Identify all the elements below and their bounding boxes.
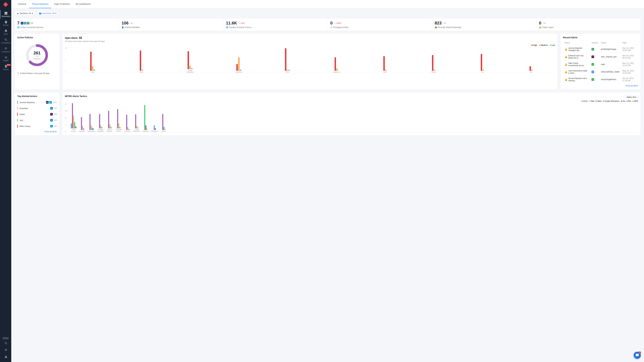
stat-events: 11.6K ↓ -11% 🌐 Number of events in the p… xyxy=(223,18,328,31)
table-row[interactable]: 🔔Jerome Boynton set a sharing... C recal… xyxy=(563,76,638,83)
sidebar-item-insights[interactable]: Insights xyxy=(0,54,11,63)
activity-icon: 📈 xyxy=(330,26,333,28)
stat-external-identities: 106 0% 👤 External Identities xyxy=(119,18,223,31)
actor-row[interactable]: Allen Carey S 1/2 xyxy=(17,123,57,129)
accounts-icon: 👥 xyxy=(39,12,42,14)
table-row[interactable]: 🔔Jerome Boynton changed obj... C profile… xyxy=(563,46,638,53)
reports-new-badge: NEW xyxy=(6,64,11,66)
salesforce-icon: S xyxy=(49,101,52,104)
open-alerts-chart: 10 1 0 Okta xyxy=(65,47,555,73)
stat-shared-externally: 823 0% 📤 Recently Shared Externally... xyxy=(432,18,536,31)
alerts-legend: High Medium Low xyxy=(65,44,555,46)
sidebar-item-reports[interactable]: Reports NEW xyxy=(0,63,11,72)
sidebar: Dashboards Policies Alerts Investigation… xyxy=(0,0,11,362)
service-icon: C xyxy=(592,63,594,66)
svg-text:Enforced: Enforced xyxy=(34,58,40,60)
show-all-actors-link[interactable]: Show all alerts xyxy=(17,130,57,133)
box-icon: bx xyxy=(21,22,23,24)
svg-text:261: 261 xyxy=(34,50,40,55)
sidebar-item-investigation[interactable]: Investigation xyxy=(0,36,11,45)
people-icon: 👤 xyxy=(122,26,124,28)
shield-icon: 🛡 xyxy=(17,72,19,74)
login-icon: 🔐 xyxy=(539,26,542,28)
bell-icon: 🔔 xyxy=(565,63,567,66)
sidebar-item-settings[interactable] xyxy=(2,347,10,354)
stat-privileged: 0 ↓ -100% 📈 Privileged Activity xyxy=(328,18,432,31)
more-badge: +4 xyxy=(30,22,33,24)
svg-point-11 xyxy=(5,356,6,357)
tab-threat-detection[interactable]: Threat Detection xyxy=(29,0,52,8)
service-icon: C xyxy=(592,78,594,81)
app-logo[interactable] xyxy=(3,1,8,7)
active-policies-card: Active Policies 261 /294 Enforced 🛡 9 Ne… xyxy=(14,33,60,90)
services-filter[interactable]: ☁ Services: All ▾ xyxy=(14,11,35,15)
policies-donut-chart: 261 /294 Enforced xyxy=(24,42,50,68)
actor-row[interactable]: Adam # 1/6 xyxy=(17,111,57,117)
salesforce-icon-2: S xyxy=(50,125,53,127)
tab-general[interactable]: General xyxy=(15,0,29,8)
mitre-alerts-filter[interactable]: Alerts: All ▾ xyxy=(625,95,638,99)
sidebar-item-search[interactable] xyxy=(2,340,10,347)
show-all-alerts-link[interactable]: Show all alerts xyxy=(563,85,638,87)
actor-row[interactable]: tmachani M 1/2 xyxy=(17,105,57,111)
mitre-card: MITRE Alerts Tactics Alerts: All ▾ Zoom … xyxy=(62,92,641,135)
actor-row[interactable]: Jerome Boynton ok S 2/11 xyxy=(17,99,57,105)
tab-my-dashboard[interactable]: My Dashboard xyxy=(73,0,93,8)
table-row[interactable]: 🔔Allen Carey excessively acces... C read… xyxy=(563,61,638,68)
bell-icon: 🔔 xyxy=(565,71,567,73)
share-icon: 📤 xyxy=(435,26,437,28)
stats-row: 7 bx G C +4 🌐 Active Connected Services … xyxy=(14,18,641,31)
chat-badge: 2 xyxy=(638,351,641,354)
chevron-down-icon-3: ▾ xyxy=(635,96,636,98)
recent-alerts-table: Name Service Action Date 🔔Jerome Boynton… xyxy=(563,41,638,83)
top-actors-card: Top Alerted Actors Jerome Boynton ok S 2… xyxy=(14,92,60,135)
recent-alerts-card: Recent Alerts Name Service Action Date 🔔… xyxy=(560,33,641,90)
accounts-filter[interactable]: 👥 Accounts: All ▾ xyxy=(37,11,58,15)
slack-icon: # xyxy=(50,113,53,115)
svg-rect-2 xyxy=(5,12,6,13)
table-row[interactable]: 🔔Josh Hammond made a chan... G UNSUSPEND… xyxy=(563,68,638,76)
tab-data-protection[interactable]: Data Protection xyxy=(51,0,73,8)
cloud-icon: ☁ xyxy=(16,12,19,14)
svg-line-10 xyxy=(6,344,7,344)
sidebar-item-alerts[interactable]: Alerts xyxy=(0,28,11,36)
sidebar-item-policies[interactable]: Policies xyxy=(0,19,11,28)
google-icon: G xyxy=(24,22,26,24)
service-icon: G xyxy=(592,71,594,73)
svg-point-8 xyxy=(6,57,6,58)
svg-rect-3 xyxy=(6,12,7,13)
service-icon: C xyxy=(592,48,594,50)
ms-icon-2: M xyxy=(50,119,53,121)
globe-icon: 🌐 xyxy=(17,26,20,28)
sidebar-item-compliance[interactable]: Compliance xyxy=(0,45,11,54)
filter-bar: ☁ Services: All ▾ 👥 Accounts: All ▾ xyxy=(14,11,641,15)
bell-icon: 🔔 xyxy=(565,78,567,81)
chevron-down-icon-2: ▾ xyxy=(56,12,56,14)
svg-line-7 xyxy=(6,40,7,41)
sidebar-item-user[interactable] xyxy=(2,354,10,361)
syncing-label: Syncing xyxy=(2,337,9,340)
chat-button[interactable]: 2 xyxy=(634,352,641,359)
bell-icon: 🔔 xyxy=(565,48,567,50)
chevron-down-icon: ▾ xyxy=(32,12,33,14)
stat-failed-logins: 0 0% 🔐 Failed Logins xyxy=(536,18,640,31)
sidebar-item-dashboards[interactable]: Dashboards xyxy=(0,10,11,19)
service-icon: # xyxy=(592,55,594,58)
globe-icon-2: 🌐 xyxy=(226,26,228,28)
chat-icon: C xyxy=(27,22,30,24)
actor-row[interactable]: root M 1/2 xyxy=(17,117,57,123)
top-navigation: General Threat Detection Data Protection… xyxy=(11,0,644,8)
mitre-legend: Zoom Okta Slack Google Workspace Jira Bo… xyxy=(65,100,638,102)
bell-icon: 🔔 xyxy=(565,55,567,58)
mitre-tactics-chart: 1k 100 10 1 0 xyxy=(65,103,638,132)
stat-active-connected: 7 bx G C +4 🌐 Active Connected Services xyxy=(15,18,119,31)
ms-icon: M xyxy=(50,107,53,110)
table-row[interactable]: 🔔External user has joined an in... # use… xyxy=(563,53,638,60)
svg-rect-4 xyxy=(5,13,6,14)
open-alerts-card: Open Alerts 42 24 Alerts have been close… xyxy=(62,33,558,90)
svg-text:/294: /294 xyxy=(35,55,39,57)
okta-icon: ok xyxy=(46,101,48,104)
svg-rect-5 xyxy=(6,13,7,14)
